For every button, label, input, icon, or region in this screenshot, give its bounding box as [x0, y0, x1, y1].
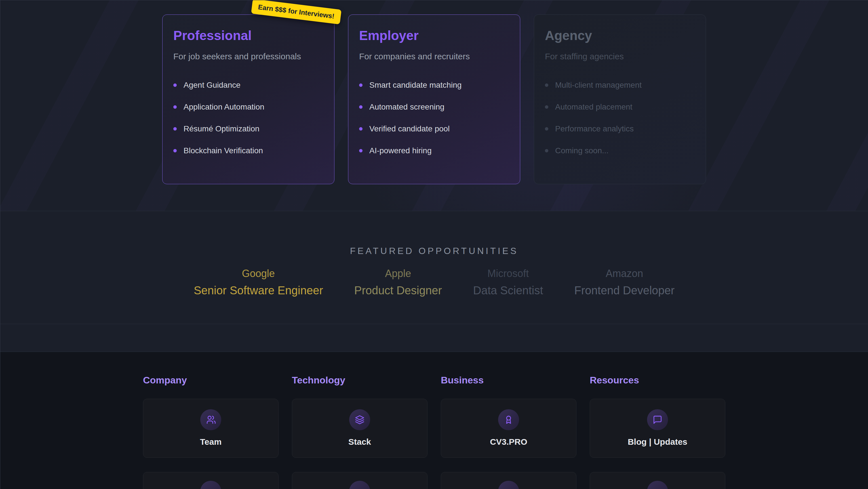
- icon-badge: [349, 409, 370, 430]
- footer-column-company: Company Team: [143, 375, 279, 489]
- plan-feature-label: Performance analytics: [555, 124, 634, 134]
- bullet-dot-icon: [359, 83, 363, 87]
- plan-description: For companies and recruiters: [359, 52, 509, 61]
- plans-row: Professional For job seekers and profess…: [0, 0, 868, 184]
- plan-description: For staffing agencies: [545, 52, 695, 61]
- footer-column-technology: Technology Stack: [292, 375, 428, 489]
- featured-heading: FEATURED OPPORTUNITIES: [0, 211, 868, 256]
- footer-card-label: CV3.PRO: [490, 437, 527, 447]
- plan-feature-label: Blockchain Verification: [184, 146, 263, 155]
- plan-feature-item: Performance analytics: [545, 124, 695, 134]
- plan-feature-item: Agent Guidance: [173, 81, 323, 90]
- featured-job-microsoft: Microsoft Data Scientist: [473, 268, 543, 297]
- job-company: Apple: [354, 268, 442, 280]
- footer-column-resources: Resources Blog | Updates: [590, 375, 725, 489]
- job-company: Google: [194, 268, 323, 280]
- featured-job-google: Google Senior Software Engineer: [194, 268, 323, 297]
- plan-feature-item: AI-powered hiring: [359, 146, 509, 155]
- plan-feature-label: Smart candidate matching: [369, 81, 462, 90]
- footer-card-partial[interactable]: [292, 472, 428, 489]
- footer-grid: Company Team: [143, 375, 725, 489]
- plan-feature-list: Agent Guidance Application Automation Ré…: [173, 81, 323, 155]
- plan-feature-item: Smart candidate matching: [359, 81, 509, 90]
- layers-icon: [355, 415, 365, 425]
- icon-badge: [200, 409, 221, 430]
- job-title: Senior Software Engineer: [194, 284, 323, 297]
- icon-badge: [647, 409, 668, 430]
- bullet-dot-icon: [545, 83, 548, 87]
- footer-card-partial[interactable]: [143, 472, 279, 489]
- users-icon: [206, 415, 216, 425]
- pricing-landing-page: Earn $$$ for Interviews! Professional Fo…: [0, 0, 868, 489]
- bullet-dot-icon: [173, 105, 177, 109]
- footer-card-stack[interactable]: Stack: [292, 399, 428, 458]
- plan-feature-list: Multi-client management Automated placem…: [545, 81, 695, 155]
- plan-description: For job seekers and professionals: [173, 52, 323, 61]
- icon-badge: [349, 481, 370, 489]
- featured-job-apple: Apple Product Designer: [354, 268, 442, 297]
- bullet-dot-icon: [173, 149, 177, 152]
- plan-feature-list: Smart candidate matching Automated scree…: [359, 81, 509, 155]
- footer-heading: Resources: [590, 375, 725, 386]
- plan-card-professional[interactable]: Professional For job seekers and profess…: [162, 15, 335, 184]
- footer-card-label: Stack: [348, 437, 371, 447]
- plan-card-employer[interactable]: Employer For companies and recruiters Sm…: [348, 15, 520, 184]
- plans-section: Earn $$$ for Interviews! Professional Fo…: [0, 0, 868, 211]
- award-icon: [504, 415, 514, 425]
- featured-opportunities-section: FEATURED OPPORTUNITIES Google Senior Sof…: [0, 211, 868, 324]
- footer-card-label: Blog | Updates: [628, 437, 687, 447]
- footer-card-blog[interactable]: Blog | Updates: [590, 399, 725, 458]
- icon-badge: [498, 481, 519, 489]
- footer-heading: Business: [441, 375, 577, 386]
- bullet-dot-icon: [359, 105, 363, 109]
- job-title: Frontend Developer: [575, 284, 675, 297]
- plan-feature-label: Application Automation: [184, 103, 265, 112]
- plan-feature-label: Résumé Optimization: [184, 124, 259, 134]
- plan-feature-item: Automated screening: [359, 103, 509, 112]
- footer-section: Company Team: [0, 352, 868, 489]
- plan-title: Employer: [359, 28, 509, 43]
- plan-feature-label: Coming soon...: [555, 146, 609, 155]
- footer-card-label: Team: [200, 437, 221, 447]
- footer-card-partial[interactable]: [441, 472, 577, 489]
- spacer-band: [0, 324, 868, 352]
- job-title: Product Designer: [354, 284, 442, 297]
- featured-jobs-row: Google Senior Software Engineer Apple Pr…: [0, 268, 868, 297]
- footer-card-partial[interactable]: [590, 472, 725, 489]
- bullet-dot-icon: [545, 127, 548, 131]
- bullet-dot-icon: [359, 149, 363, 152]
- bullet-dot-icon: [359, 127, 363, 131]
- plan-feature-label: Verified candidate pool: [369, 124, 450, 134]
- icon-badge: [498, 409, 519, 430]
- bullet-dot-icon: [545, 149, 548, 152]
- featured-job-amazon: Amazon Frontend Developer: [575, 268, 675, 297]
- bullet-dot-icon: [173, 127, 177, 131]
- plan-feature-item: Blockchain Verification: [173, 146, 323, 155]
- plan-title: Professional: [173, 28, 323, 43]
- plan-feature-item: Verified candidate pool: [359, 124, 509, 134]
- plan-feature-label: AI-powered hiring: [369, 146, 431, 155]
- bullet-dot-icon: [545, 105, 548, 109]
- plan-feature-item: Application Automation: [173, 103, 323, 112]
- plan-title: Agency: [545, 28, 695, 43]
- icon-badge: [647, 481, 668, 489]
- footer-card-cv3pro[interactable]: CV3.PRO: [441, 399, 577, 458]
- plan-card-agency: Agency For staffing agencies Multi-clien…: [534, 15, 706, 184]
- plan-feature-label: Automated placement: [555, 103, 632, 112]
- plan-feature-label: Multi-client management: [555, 81, 642, 90]
- footer-column-business: Business CV3.PRO: [441, 375, 577, 489]
- plan-feature-item: Résumé Optimization: [173, 124, 323, 134]
- footer-heading: Technology: [292, 375, 428, 386]
- job-title: Data Scientist: [473, 284, 543, 297]
- message-icon: [653, 415, 662, 425]
- bullet-dot-icon: [173, 83, 177, 87]
- plan-feature-item: Automated placement: [545, 103, 695, 112]
- plan-feature-item: Multi-client management: [545, 81, 695, 90]
- footer-card-team[interactable]: Team: [143, 399, 279, 458]
- plan-feature-item: Coming soon...: [545, 146, 695, 155]
- icon-badge: [200, 481, 221, 489]
- job-company: Amazon: [575, 268, 675, 280]
- footer-heading: Company: [143, 375, 279, 386]
- job-company: Microsoft: [473, 268, 543, 280]
- plan-feature-label: Agent Guidance: [184, 81, 241, 90]
